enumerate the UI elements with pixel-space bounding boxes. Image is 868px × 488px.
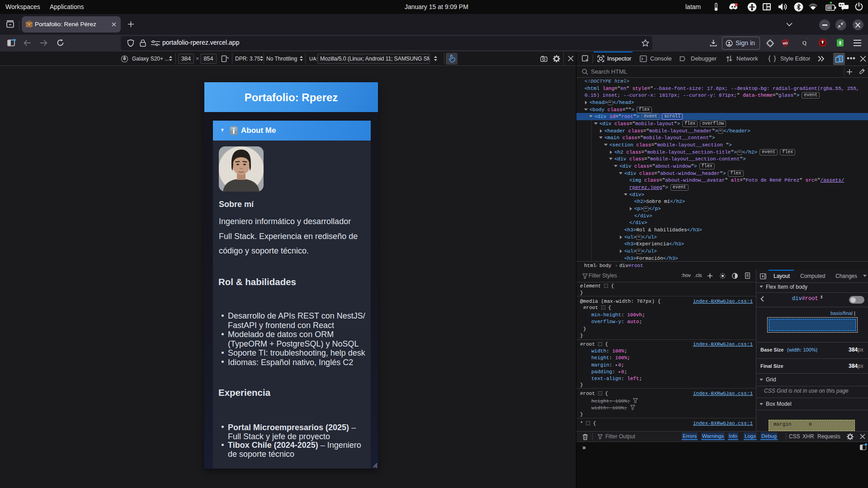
- svg-text:uO: uO: [783, 41, 788, 45]
